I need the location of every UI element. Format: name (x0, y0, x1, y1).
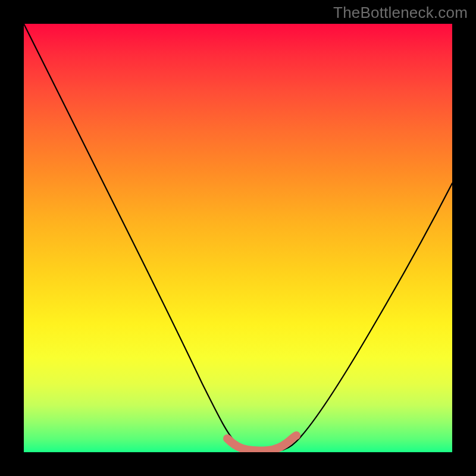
bottleneck-curve (24, 24, 452, 450)
watermark-text: TheBottleneck.com (333, 4, 468, 22)
chart-svg (24, 24, 452, 452)
plot-area (24, 24, 452, 452)
optimal-band (227, 436, 296, 451)
chart-frame: TheBottleneck.com (0, 0, 476, 476)
